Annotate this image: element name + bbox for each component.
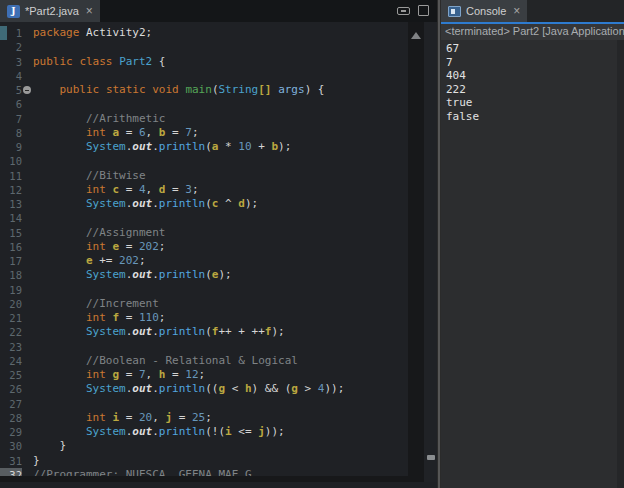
code-line[interactable]: 24 //Boolean - Relational & Logical (0, 354, 437, 368)
line-number[interactable]: 12 (0, 183, 22, 197)
line-number[interactable]: 30 (0, 439, 22, 453)
overview-ruler[interactable] (424, 22, 437, 482)
line-number[interactable]: 19 (0, 283, 22, 297)
code-line[interactable]: 9 System.out.println(a * 10 + b); (0, 140, 437, 154)
line-number[interactable]: 11 (0, 169, 22, 183)
editor-horizontal-scrollbar[interactable] (0, 476, 424, 482)
code-line[interactable]: 19 (0, 283, 437, 297)
editor-tab-label: *Part2.java (25, 5, 79, 17)
code-line[interactable]: 25 int g = 7, h = 12; (0, 368, 437, 382)
code-text: int g = 7, h = 12; (22, 368, 205, 382)
code-line[interactable]: 30 } (0, 439, 437, 453)
line-number[interactable]: 5 (0, 83, 22, 97)
maximize-icon[interactable] (418, 5, 429, 16)
line-number[interactable]: 7 (0, 112, 22, 126)
line-number[interactable]: 27 (0, 397, 22, 411)
code-line[interactable]: 15 //Assignment (0, 226, 437, 240)
code-text: //Boolean - Relational & Logical (22, 354, 298, 368)
code-line[interactable]: 31} (0, 454, 437, 468)
console-icon (448, 6, 461, 17)
code-text: System.out.println(e); (22, 268, 232, 282)
line-number[interactable]: 14 (0, 211, 22, 225)
editor-pane: J *Part2.java × 1package Activity2;23pub… (0, 0, 437, 488)
code-line[interactable]: 1package Activity2; (0, 26, 437, 40)
code-text: package Activity2; (22, 26, 152, 40)
code-line[interactable]: 16 int e = 202; (0, 240, 437, 254)
line-number[interactable]: 4 (0, 69, 22, 83)
code-line[interactable]: 20 //Increment (0, 297, 437, 311)
code-line[interactable]: 2 (0, 40, 437, 54)
code-line[interactable]: 14 (0, 211, 437, 225)
scroll-up-arrow-icon[interactable] (411, 32, 421, 39)
line-number[interactable]: 21 (0, 311, 22, 325)
console-output[interactable]: 67 7 404 222 true false (441, 40, 617, 488)
line-number[interactable]: 13 (0, 197, 22, 211)
console-status: <terminated> Part2 [Java Application] (441, 24, 624, 40)
code-line[interactable]: 10 (0, 154, 437, 168)
tab-console[interactable]: Console × (441, 0, 527, 22)
line-number[interactable]: 25 (0, 368, 22, 382)
line-number[interactable]: 22 (0, 325, 22, 339)
editor-vertical-scrollbar[interactable] (408, 22, 424, 476)
code-lines[interactable]: 1package Activity2;23public class Part2 … (0, 26, 437, 482)
code-text: //Increment (22, 297, 159, 311)
line-number[interactable]: 20 (0, 297, 22, 311)
code-text: System.out.println(!(i <= j)); (22, 425, 285, 439)
code-text: int a = 6, b = 7; (22, 126, 199, 140)
line-number[interactable]: 10 (0, 154, 22, 168)
console-vertical-scrollbar[interactable] (617, 40, 624, 488)
line-number[interactable]: 29 (0, 425, 22, 439)
code-editor[interactable]: 1package Activity2;23public class Part2 … (0, 22, 437, 482)
line-number[interactable]: 17 (0, 254, 22, 268)
code-line[interactable]: 28 int i = 20, j = 25; (0, 411, 437, 425)
code-line[interactable]: 18 System.out.println(e); (0, 268, 437, 282)
line-number[interactable]: 15 (0, 226, 22, 240)
console-pane: Console × <terminated> Part2 [Java Appli… (441, 0, 624, 488)
code-line[interactable]: 8 int a = 6, b = 7; (0, 126, 437, 140)
code-line[interactable]: 22 System.out.println(f++ + ++f); (0, 325, 437, 339)
line-number[interactable]: 1 (0, 26, 22, 40)
console-tab-bar: Console × (441, 0, 624, 22)
line-number[interactable]: 9 (0, 140, 22, 154)
code-line[interactable]: 29 System.out.println(!(i <= j)); (0, 425, 437, 439)
code-line[interactable]: 26 System.out.println((g < h) && (g > 4)… (0, 382, 437, 396)
code-line[interactable]: 21 int f = 110; (0, 311, 437, 325)
line-number[interactable]: 3 (0, 55, 22, 69)
close-icon[interactable]: × (511, 5, 520, 17)
minimize-icon[interactable] (397, 7, 410, 15)
line-number[interactable]: 23 (0, 340, 22, 354)
code-text: System.out.println(a * 10 + b); (22, 140, 291, 154)
line-number[interactable]: 2 (0, 40, 22, 54)
line-number[interactable]: 18 (0, 268, 22, 282)
code-text: } (22, 439, 66, 453)
code-line[interactable]: 17 e += 202; (0, 254, 437, 268)
code-text: int f = 110; (22, 311, 165, 325)
code-line[interactable]: 5 public static void main(String[] args)… (0, 83, 437, 97)
code-line[interactable]: 6 (0, 97, 437, 111)
fold-marker-icon[interactable] (23, 86, 31, 94)
close-icon[interactable]: × (84, 5, 93, 17)
code-line[interactable]: 3public class Part2 { (0, 55, 437, 69)
line-number[interactable]: 16 (0, 240, 22, 254)
tab-part2-java[interactable]: J *Part2.java × (0, 0, 100, 22)
code-line[interactable]: 4 (0, 69, 437, 83)
code-text: int c = 4, d = 3; (22, 183, 199, 197)
line-number[interactable]: 31 (0, 454, 22, 468)
line-number[interactable]: 8 (0, 126, 22, 140)
code-line[interactable]: 12 int c = 4, d = 3; (0, 183, 437, 197)
line-number[interactable]: 6 (0, 97, 22, 111)
code-line[interactable]: 13 System.out.println(c ^ d); (0, 197, 437, 211)
code-text: System.out.println(f++ + ++f); (22, 325, 285, 339)
code-text: int i = 20, j = 25; (22, 411, 212, 425)
code-line[interactable]: 27 (0, 397, 437, 411)
line-number[interactable]: 24 (0, 354, 22, 368)
line-number[interactable]: 26 (0, 382, 22, 396)
line-number[interactable]: 28 (0, 411, 22, 425)
code-text: e += 202; (22, 254, 146, 268)
code-text: //Assignment (22, 226, 165, 240)
code-text: System.out.println(c ^ d); (22, 197, 258, 211)
eclipse-window: J *Part2.java × 1package Activity2;23pub… (0, 0, 624, 488)
code-line[interactable]: 11 //Bitwise (0, 169, 437, 183)
code-line[interactable]: 23 (0, 340, 437, 354)
code-line[interactable]: 7 //Arithmetic (0, 112, 437, 126)
